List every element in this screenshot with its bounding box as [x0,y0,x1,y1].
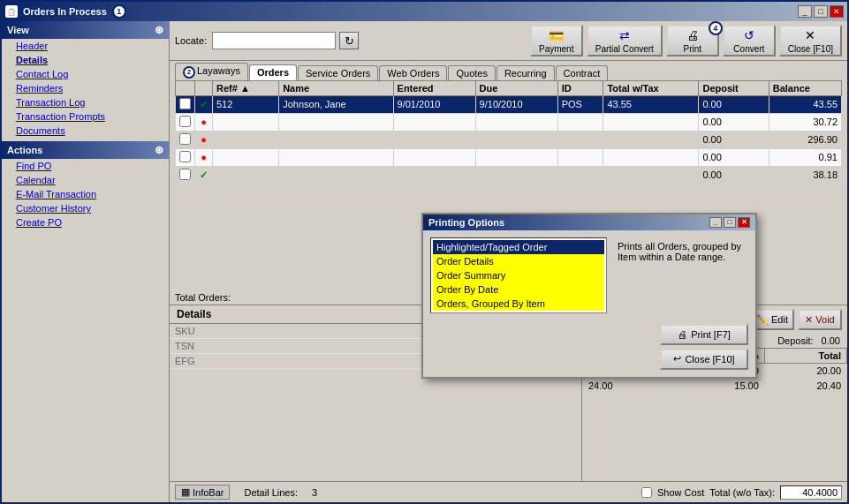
dialog-minimize-button[interactable]: _ [709,217,722,228]
tabs-area: 2Layaways Orders Service Orders Web Orde… [170,61,847,80]
infobar-icon: ▦ [181,486,190,498]
deposit-value: 0.00 [822,335,840,346]
close-button[interactable]: ✕ Close [F10] [779,25,842,56]
table-row[interactable]: ✓ 0.00 38.18 [176,166,842,184]
sidebar-item-details[interactable]: Details [2,53,169,67]
tab-contract[interactable]: Contract [556,65,609,80]
void-button[interactable]: ✕ Void [798,309,842,330]
row-checkbox-cell [176,95,195,113]
tab-web-orders[interactable]: Web Orders [379,65,447,80]
row-checkbox[interactable] [179,98,191,109]
partial-convert-icon: ⇄ [619,28,630,42]
sidebar-actions-header: Actions ⊛ [2,141,169,159]
row-balance: 43.55 [769,95,841,113]
sidebar-item-header[interactable]: Header [2,39,169,53]
show-cost-checkbox[interactable] [641,487,652,498]
row-balance: 38.18 [769,166,841,184]
sidebar-item-documents[interactable]: Documents [2,124,169,138]
minimize-button[interactable]: _ [798,5,812,18]
row-total [603,131,699,148]
sidebar-item-create-po[interactable]: Create PO [2,215,169,229]
print-icon: 🖨 [686,28,699,42]
row-name [279,113,393,131]
dialog-print-button[interactable]: 🖨 Print [F7] [660,324,748,345]
close-window-button[interactable]: ✕ [830,5,844,18]
row-checkbox[interactable] [179,116,191,127]
sidebar-item-reminders[interactable]: Reminders [2,81,169,95]
row-deposit: 0.00 [699,113,769,131]
row-entered: 9/01/2010 [393,95,475,113]
row-checkbox-cell [176,131,195,148]
orders-table: Ref# ▲ Name Entered Due ID Total w/Tax D… [175,80,842,184]
print-option-highlighted[interactable]: Highlighted/Tagged Order [433,240,604,254]
app-icon: 📋 [5,5,18,18]
dialog-body: Highlighted/Tagged Order Order Details O… [423,230,755,320]
row-icon-cell: ● [195,148,213,166]
tab-layaways[interactable]: 2Layaways [175,63,248,80]
sidebar-item-transaction-prompts[interactable]: Transaction Prompts [2,109,169,124]
price-row: 24.00 15.00 20.40 [583,379,847,394]
table-row[interactable]: ✓ 512 Johnson, Jane 9/01/2010 9/10/2010 … [176,95,842,113]
col-ref: Ref# ▲ [213,80,279,95]
print-option-order-summary[interactable]: Order Summary [433,268,604,282]
print-option-orders-grouped[interactable]: Orders, Grouped By Item [433,297,604,311]
window-controls: _ □ ✕ [798,5,844,18]
locate-input[interactable] [212,32,336,49]
col-balance: Balance [769,80,841,95]
col-id: ID [557,80,603,95]
payment-button[interactable]: 💳 Payment [530,25,583,56]
sidebar-item-customer-history[interactable]: Customer History [2,201,169,215]
tab-orders[interactable]: Orders [249,64,297,80]
table-row[interactable]: ● 0.00 30.72 [176,113,842,131]
table-row[interactable]: ● 0.00 296.90 [176,131,842,148]
sidebar: View ⊛ Header Details Contact Log Remind… [2,21,170,502]
dialog-close-button[interactable]: ✕ [738,217,750,228]
maximize-button[interactable]: □ [814,5,828,18]
row-id [557,148,603,166]
sidebar-item-email-transaction[interactable]: E-Mail Transaction [2,187,169,201]
print-badge: 4 [709,21,723,35]
print-option-order-by-date[interactable]: Order By Date [433,282,604,297]
convert-button[interactable]: ↺ Convert [723,25,776,56]
dialog-print-icon: 🖨 [678,329,687,340]
dialog-footer: 🖨 Print [F7] ↩ Close [F10] [423,320,755,377]
sidebar-item-calendar[interactable]: Calendar [2,173,169,187]
infobar-button[interactable]: ▦ InfoBar [175,485,230,500]
tab-recurring[interactable]: Recurring [497,65,555,80]
convert-icon: ↺ [744,28,754,42]
row-entered [393,131,475,148]
sidebar-item-find-po[interactable]: Find PO [2,159,169,173]
dialog-close-icon: ↩ [673,353,681,365]
row-checkbox[interactable] [179,133,191,145]
total-value: 40.4000 [780,485,842,500]
row-id [557,166,603,184]
row-balance: 0.91 [769,148,841,166]
row-balance: 296.90 [769,131,841,148]
row-checkbox[interactable] [179,169,191,180]
tab-service-orders[interactable]: Service Orders [298,65,378,80]
row-ref [213,131,279,148]
partial-convert-button[interactable]: ⇄ Partial Convert [587,25,663,56]
row-status-icon: ✓ [200,99,208,109]
row-checkbox[interactable] [179,151,191,162]
row-ref [213,148,279,166]
row-balance: 30.72 [769,113,841,131]
sidebar-item-transaction-log[interactable]: Transaction Log [2,95,169,109]
row-name [279,131,393,148]
main-content: View ⊛ Header Details Contact Log Remind… [2,21,847,502]
printing-options-dialog: Printing Options _ □ ✕ Highlighted/Tagge… [421,213,757,379]
view-collapse-icon[interactable]: ⊛ [155,24,163,36]
row-total: 43.55 [603,95,699,113]
locate-refresh-button[interactable]: ↻ [339,32,359,49]
dialog-maximize-button[interactable]: □ [724,217,736,228]
col-total: Total w/Tax [603,80,699,95]
row-total [603,148,699,166]
actions-collapse-icon[interactable]: ⊛ [155,144,163,156]
sidebar-item-contact-log[interactable]: Contact Log [2,67,169,81]
tab-quotes[interactable]: Quotes [448,65,495,80]
print-option-order-details[interactable]: Order Details [433,254,604,268]
row-status-icon: ✓ [200,169,208,180]
detail-lines-label: Detail Lines: [244,487,298,498]
dialog-close-btn[interactable]: ↩ Close [F10] [660,349,748,370]
table-row[interactable]: ● 0.00 0.91 [176,148,842,166]
